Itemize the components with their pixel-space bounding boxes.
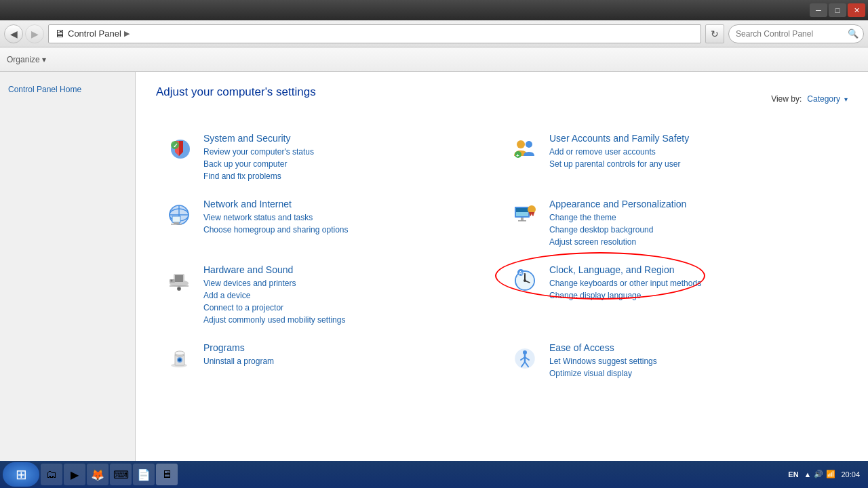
word-icon: 📄 [136,466,152,483]
network-title[interactable]: Network and Internet [203,199,495,209]
system-security-link-2[interactable]: Back up your computer [203,158,495,170]
category-network: Network and Internet View network status… [156,192,502,258]
appearance-link-2[interactable]: Change desktop background [549,224,841,236]
tray-network[interactable]: 📶 [826,470,835,479]
ease-access-link-2[interactable]: Optimize visual display [549,367,841,380]
view-by-control[interactable]: View by: Category ▾ [771,94,848,104]
taskbar-item-firefox[interactable]: 🦊 [87,464,108,485]
appearance-link-1[interactable]: Change the theme [549,211,841,224]
taskbar-item-keyboard[interactable]: ⌨ [110,464,132,485]
sidebar-control-panel-home[interactable]: Control Panel Home [0,82,135,97]
start-button[interactable]: ⊞ [3,462,39,487]
search-input[interactable] [728,24,864,43]
category-clock-language: Az Clock, Language, and Region Change ke… [502,258,848,336]
svg-point-42 [175,351,184,355]
explorer-icon: 🗂 [43,466,60,483]
svg-rect-15 [172,216,180,222]
close-button[interactable]: ✕ [848,3,865,17]
tray-sound[interactable]: 🔊 [814,470,823,479]
address-path[interactable]: 🖥 Control Panel ▶ [48,24,701,43]
minimize-button[interactable]: ─ [810,3,827,17]
hardware-content: Hardware and Sound View devices and prin… [203,264,495,326]
hardware-link-2[interactable]: Add a device [203,289,495,302]
clock[interactable]: 20:04 [841,470,860,479]
system-security-content: System and Security Review your computer… [203,133,495,182]
tray-arrow[interactable]: ▲ [804,470,812,479]
category-system-security: ✓ System and Security Review your comput… [156,126,502,192]
taskbar-item-word[interactable]: 📄 [133,464,155,485]
programs-link-1[interactable]: Uninstall a program [203,355,495,367]
clock-language-title[interactable]: Clock, Language, and Region [549,264,841,275]
hardware-link-1[interactable]: View devices and printers [203,277,495,289]
network-link-2[interactable]: Choose homegroup and sharing options [203,224,495,236]
svg-point-36 [524,279,526,282]
network-content: Network and Internet View network status… [203,199,495,236]
svg-rect-21 [521,218,524,220]
svg-rect-20 [516,208,528,212]
svg-point-30 [171,280,173,282]
taskbar-item-media[interactable]: ▶ [64,464,85,485]
user-accounts-icon: + [509,133,541,165]
hardware-icon [163,264,195,297]
system-security-link-3[interactable]: Find and fix problems [203,170,495,182]
hardware-title[interactable]: Hardware and Sound [203,264,495,275]
view-by-label: View by: [771,94,802,104]
view-by-dropdown[interactable]: Category [807,94,840,104]
user-accounts-content: User Accounts and Family Safety Add or r… [549,133,841,170]
view-by-arrow: ▾ [844,96,848,103]
category-programs: Programs Uninstall a program [156,336,502,389]
content-wrapper: Control Panel Home Adjust your computer'… [0,72,868,461]
svg-rect-17 [171,224,182,225]
system-security-title[interactable]: System and Security [203,133,495,144]
main-content: Control Panel Home Adjust your computer'… [0,72,868,461]
page-title: Adjust your computer's settings [156,85,316,99]
network-link-1[interactable]: View network status and tasks [203,211,495,224]
taskbar: ⊞ 🗂 ▶ 🦊 ⌨ 📄 🖥 EN ▲ 🔊 📶 20:04 [0,461,868,488]
toolbar: Organize ▾ [0,47,868,72]
hardware-link-4[interactable]: Adjust commonly used mobility settings [203,314,495,326]
system-security-link-1[interactable]: Review your computer's status [203,146,495,158]
ease-access-content: Ease of Access Let Windows suggest setti… [549,342,841,380]
system-security-icon: ✓ [163,133,195,165]
back-button[interactable]: ◀ [4,24,23,43]
sidebar: Control Panel Home [0,72,136,461]
hardware-link-3[interactable]: Connect to a projector [203,302,495,314]
clock-time: 20:04 [841,470,860,479]
clock-language-content: Clock, Language, and Region Change keybo… [549,264,841,302]
maximize-button[interactable]: □ [829,3,846,17]
categories-grid: ✓ System and Security Review your comput… [156,126,848,389]
firefox-icon: 🦊 [90,466,106,483]
toolbar-organize[interactable]: Organize ▾ [7,55,46,64]
clock-language-link-2[interactable]: Change display language [549,289,841,302]
search-icon: 🔍 [848,28,859,39]
title-bar: ─ □ ✕ [0,0,868,20]
programs-icon [163,342,195,375]
clock-language-link-1[interactable]: Change keyboards or other input methods [549,277,841,289]
forward-button[interactable]: ▶ [25,24,44,43]
svg-rect-26 [175,275,183,282]
appearance-content: Appearance and Personalization Change th… [549,199,841,248]
ease-access-link-1[interactable]: Let Windows suggest settings [549,355,841,367]
ease-access-title[interactable]: Ease of Access [549,342,841,353]
refresh-button[interactable]: ↻ [705,24,724,43]
appearance-link-3[interactable]: Adjust screen resolution [549,236,841,248]
main-panel: Adjust your computer's settings View by:… [136,72,868,461]
sys-tray: ▲ 🔊 📶 [804,470,836,479]
clock-language-icon: Az [509,264,541,297]
appearance-title[interactable]: Appearance and Personalization [549,199,841,209]
programs-title[interactable]: Programs [203,342,495,353]
taskbar-item-explorer[interactable]: 🗂 [41,464,62,485]
category-appearance: Appearance and Personalization Change th… [502,192,848,258]
user-accounts-title[interactable]: User Accounts and Family Safety [549,133,841,144]
language-indicator: EN [788,470,798,479]
svg-text:+: + [516,152,519,159]
svg-point-28 [178,288,180,290]
user-accounts-link-1[interactable]: Add or remove user accounts [549,146,841,158]
category-ease-access: Ease of Access Let Windows suggest setti… [502,336,848,389]
taskbar-item-controlpanel[interactable]: 🖥 [156,464,178,485]
ease-access-icon [509,342,541,375]
user-accounts-link-2[interactable]: Set up parental controls for any user [549,158,841,170]
address-arrow: ▶ [124,29,130,38]
search-wrapper: 🔍 [728,24,864,43]
header-row: Adjust your computer's settings View by:… [156,85,848,113]
